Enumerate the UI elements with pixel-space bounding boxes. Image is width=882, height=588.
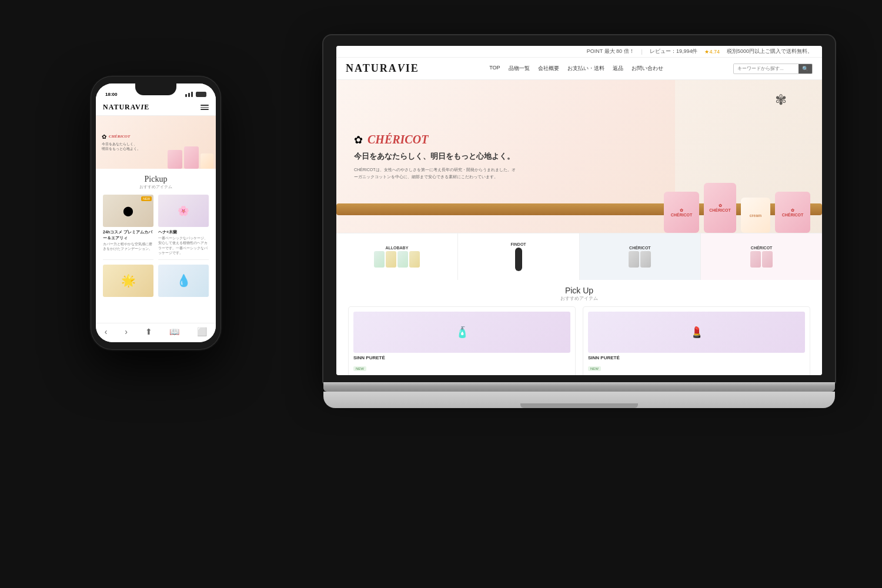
phone-device: 18:00 NATURAVIE [91,76,220,349]
phone-product-desc-1: カバー力と軽やかな空気感に磨きをかけたファンデーション。 [103,242,153,252]
product-mini-3 [397,251,408,268]
brand-allobaby[interactable]: ALLOBABY [336,233,458,280]
search-button[interactable]: 🔍 [799,64,812,74]
phone-time: 18:00 [105,92,117,97]
phone-hero-text: ✿ CHÉRICOT 今日をあなたらしく、 明日をもっと心地よく。 [102,133,141,152]
product-mini-pink-1 [750,251,761,268]
site-nav[interactable]: TOP 品物一覧 会社概要 お支払い・送料 返品 お問い合わせ [489,65,663,72]
laptop-device: POINT 最大 80 倍！ | レビュー：19,994件 ★4.74 税別50… [323,35,835,408]
nav-top[interactable]: TOP [489,65,500,72]
pickup-products-row: 🧴 SINN PURETÉ NEW 💄 SINN PURETÉ NEW [348,306,810,375]
phone-hero-products [168,146,213,169]
pickup-product-1[interactable]: 🧴 SINN PURETÉ NEW [348,306,576,375]
stars-text: ★4.74 [704,49,720,55]
phone-product-grid: ⬤ NEW 24hコスメ プレミアムカバー＆エアリィ カバー力と軽やかな空気感に… [103,195,209,260]
hero-brand-row: ✿ CHÉRICOT [354,133,519,146]
site-header: NATURAVIE TOP 品物一覧 会社概要 お支払い・送料 返品 お問い合わ… [336,58,822,80]
site-topbar: POINT 最大 80 倍！ | レビュー：19,994件 ★4.74 税別50… [336,46,822,58]
point-text: POINT 最大 80 倍！ [587,48,634,55]
phone-hero-banner: ✿ CHÉRICOT 今日をあなたらしく、 明日をもっと心地よく。 [96,116,216,169]
pickup-title: Pick Up [348,286,810,295]
phone-product-card-2[interactable]: 🌸 ヘナ+木蘭 一番ベーシックなパッケージ、安心して使える植物性のヘアカラーです… [158,195,209,260]
product-emoji-1: ⬤ [123,205,133,216]
pickup-img-2: 💄 [588,312,805,353]
pickup-img-1: 🧴 [353,312,570,353]
phone-pickup-title: Pickup [103,175,209,184]
review-text: レビュー：19,994件 [650,48,698,55]
site-logo: NATURAVIE [346,62,419,75]
tax-text: 税別5000円以上ご購入で送料無料。 [727,48,813,55]
hero-description: CHÉRICOTは、女性へのやさしさを第一に考え長年の研究・開発からうまれました… [354,166,519,179]
phone-hero-tagline-1: 今日をあなたらしく、 [102,142,141,146]
brand-cheircot-gray[interactable]: CHÉRICOT [580,233,701,280]
nav-returns[interactable]: 返品 [613,65,623,72]
flower-icon: ✿ [354,133,363,146]
brands-strip: ALLOBABY FINDOT CHÉRICOT [336,233,822,280]
brand-name-2: FINDOT [511,242,526,246]
hero-brand-name: CHÉRICOT [368,133,428,146]
nav-payment[interactable]: お支払い・送料 [567,65,604,72]
product-mini-gray-2 [640,251,651,268]
hero-product-2: ✿CHÉRICOT [704,183,736,233]
pickup-name-2: SINN PURETÉ [588,355,805,360]
search-bar[interactable]: 🔍 [733,64,813,74]
phone-product-img-3: 🌟 [103,265,153,297]
hero-products: ✿CHÉRICOT ✿CHÉRICOT cream ✿CHÉRICOT [664,183,810,233]
phone-product-img-4: 💧 [158,265,209,297]
phone-hero-prod-2 [184,146,199,169]
phone-nav-tabs[interactable]: ⬜ [197,327,207,336]
laptop-screen: POINT 最大 80 倍！ | レビュー：19,994件 ★4.74 税別50… [336,46,822,375]
brand-products-3 [629,251,651,268]
phone-bottom-bar: ‹ › ⬆ 📖 ⬜ [96,323,216,342]
hero-product-1: ✿CHÉRICOT [664,192,699,233]
product-tag-1: NEW [141,196,152,201]
hamburger-menu[interactable] [201,105,209,110]
hero-banner: ✿ CHÉRICOT 今日をあなたらしく、明日をもっと心地よく。 CHÉRICO… [336,80,822,233]
nav-contact[interactable]: お問い合わせ [632,65,663,72]
laptop-base [323,392,835,408]
nav-products[interactable]: 品物一覧 [509,65,530,72]
signal-bar-2 [188,93,190,97]
phone-hero-brand: CHÉRICOT [109,134,130,139]
phone-flower-icon: ✿ [102,133,106,140]
phone-product-img-2: 🌸 [158,195,209,227]
product-mini-dark [515,248,522,271]
phone-nav-bookmarks[interactable]: 📖 [169,327,179,336]
phone-nav-share[interactable]: ⬆ [145,327,152,336]
hamburger-line-3 [201,109,209,110]
phone-pickup-subtitle: おすすめアイテム [103,184,209,190]
hamburger-line-2 [201,107,209,108]
signal-bar-3 [191,92,193,97]
brand-products-2 [515,248,522,271]
pickup-product-2[interactable]: 💄 SINN PURETÉ NEW [583,306,810,375]
phone-pickup-section: Pickup おすすめアイテム ⬤ NEW 24hコスメ プレミアムカバー＆エア… [96,169,216,324]
laptop-hinge [323,382,835,392]
battery-icon [196,92,206,97]
phone-product-card-1[interactable]: ⬤ NEW 24hコスメ プレミアムカバー＆エアリィ カバー力と軽やかな空気感に… [103,195,153,260]
phone-screen: 18:00 NATURAVIE [96,83,216,342]
pickup-name-1: SINN PURETÉ [353,355,570,360]
hero-tagline: 今日をあなたらしく、明日をもっと心地よく。 [354,151,519,162]
hero-text: ✿ CHÉRICOT 今日をあなたらしく、明日をもっと心地よく。 CHÉRICO… [354,133,519,180]
product-mini-4 [409,251,420,268]
phone-nav-back[interactable]: ‹ [105,327,108,336]
phone-signal [185,92,206,97]
brand-name-4: CHÉRICOT [751,246,773,250]
product-emoji-2: 🌸 [178,205,189,216]
phone-product-name-2: ヘナ+木蘭 [158,229,209,235]
product-mini-gray-1 [629,251,639,268]
pickup-subtitle: おすすめアイテム [348,295,810,302]
brand-cheircot-pink[interactable]: CHÉRICOT [701,233,822,280]
product-mini-1 [374,251,385,268]
pickup-section: Pick Up おすすめアイテム 🧴 SINN PURETÉ NEW 💄 SIN… [336,280,822,375]
phone-nav-forward[interactable]: › [125,327,128,336]
brand-findot[interactable]: FINDOT [458,233,580,280]
search-input[interactable] [734,64,799,73]
brand-name-3: CHÉRICOT [629,246,651,250]
phone-product-img-wrapper-1: ⬤ NEW [103,195,153,227]
phone-product-name-1: 24hコスメ プレミアムカバー＆エアリィ [103,229,153,241]
laptop-bezel: POINT 最大 80 倍！ | レビュー：19,994件 ★4.74 税別50… [323,35,835,382]
nav-about[interactable]: 会社概要 [538,65,559,72]
product-mini-2 [386,251,396,268]
pickup-tag-1: NEW [353,366,366,371]
